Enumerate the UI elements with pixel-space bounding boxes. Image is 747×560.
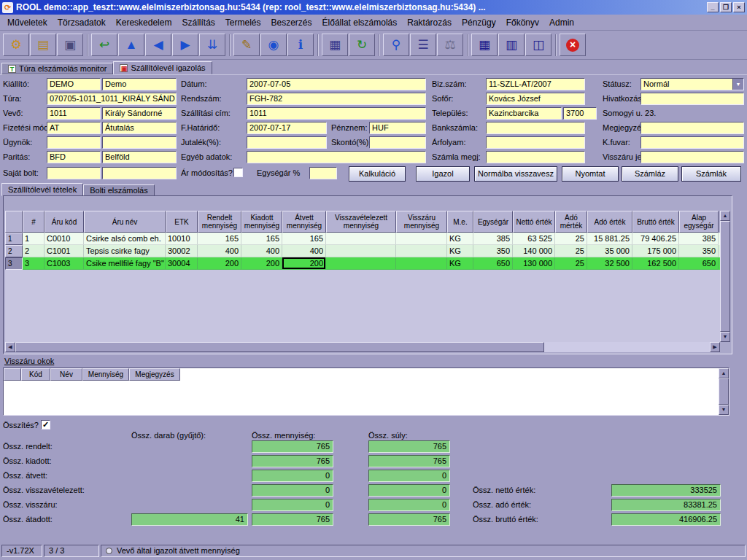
cell[interactable]: 650 (679, 257, 719, 270)
cell[interactable] (326, 245, 396, 257)
scroll-up-icon[interactable]: ▲ (719, 368, 729, 378)
table-row[interactable]: 33C1003Csike mellfilé fagy "B"3000420020… (5, 257, 720, 270)
cell[interactable]: Tepsis csirke fagy (84, 245, 166, 257)
kiallito-code-field[interactable]: DEMO (47, 78, 101, 90)
maximize-button[interactable]: ❐ (720, 2, 732, 12)
toolbar-info-button[interactable]: ℹ (287, 34, 314, 56)
bizszam-field[interactable]: 11-SZLL-AT/2007 (486, 78, 585, 90)
cell[interactable]: 350 (679, 245, 719, 257)
row-selector[interactable]: 2 (5, 245, 23, 257)
kfuvar-field[interactable] (640, 136, 744, 149)
cell[interactable]: 175 000 (632, 245, 679, 257)
toolbar-table-small-button[interactable]: ◫ (525, 34, 551, 56)
fizetesi-mod-name-field[interactable]: Átutalás (102, 122, 177, 134)
cell[interactable]: 30004 (166, 257, 198, 270)
cell[interactable]: 10010 (166, 233, 198, 245)
toolbar-prev-button[interactable]: ◀ (145, 34, 171, 56)
sofor-field[interactable]: Kovács József (486, 93, 585, 105)
grid-horizontal-scrollbar[interactable]: ◀ ▶ (5, 342, 720, 352)
menu-item-6[interactable]: Beszerzés (266, 15, 317, 30)
menu-item-5[interactable]: Termelés (220, 15, 266, 30)
cell[interactable]: 79 406.25 (632, 233, 679, 245)
toolbar-double-down-button[interactable]: ⇊ (199, 34, 225, 56)
cell[interactable]: 25 (555, 257, 587, 270)
cell[interactable]: 35 000 (587, 245, 632, 257)
cell[interactable]: 200 (241, 257, 282, 270)
cell[interactable]: 400 (241, 245, 282, 257)
minimize-button[interactable]: _ (707, 2, 719, 12)
normalba-visszavesz-button[interactable]: Normálba visszavesz (474, 166, 557, 182)
tab-tura-elszamolas-monitor[interactable]: T Túra elszámolás monitor (1, 63, 113, 74)
sajat-bolt-code-field[interactable] (47, 167, 101, 179)
scroll-left-icon[interactable]: ◀ (5, 342, 15, 352)
scrollbar-track[interactable] (544, 342, 710, 352)
menu-item-3[interactable]: Kereskedelem (111, 15, 177, 30)
cell[interactable]: Csike mellfilé fagy "B" (84, 257, 166, 270)
close-button[interactable]: × (733, 2, 745, 12)
cell[interactable]: 30002 (166, 245, 198, 257)
cell[interactable]: 2 (23, 245, 44, 257)
cell[interactable]: KG (447, 233, 473, 245)
table-row[interactable]: 11C0010Csirke alsó comb eh.1001016516516… (5, 233, 720, 245)
cell[interactable]: C1001 (44, 245, 84, 257)
cell[interactable]: 165 (241, 233, 282, 245)
menu-item-10[interactable]: Főkönyv (501, 15, 544, 30)
toolbar-exit-button[interactable]: × (560, 34, 586, 56)
scrollbar-thumb[interactable] (720, 221, 730, 332)
egysegar-pct-field[interactable] (309, 167, 337, 179)
scrollbar-thumb[interactable] (719, 378, 729, 405)
menu-item-7[interactable]: Élőállat elszámolás (317, 15, 403, 30)
cell[interactable]: 162 500 (632, 257, 679, 270)
cell[interactable]: 400 (198, 245, 241, 257)
cell[interactable]: 650 (473, 257, 513, 270)
toolbar-record-button[interactable]: ◉ (260, 34, 287, 56)
menu-item-9[interactable]: Pénzügy (457, 15, 501, 30)
cell[interactable]: 15 881.25 (587, 233, 632, 245)
datum-field[interactable]: 2007-07-05 (247, 78, 426, 90)
cell[interactable]: 165 (198, 233, 241, 245)
scroll-up-icon[interactable]: ▲ (720, 211, 730, 221)
toolbar-scales-button[interactable]: ⚖ (437, 34, 463, 56)
szamla-megj-field[interactable] (486, 151, 585, 163)
cell[interactable]: 3 (23, 257, 44, 270)
toolbar-table-add-button[interactable]: ▥ (498, 34, 525, 56)
row-selector[interactable]: 3 (5, 257, 23, 270)
paritas-name-field[interactable]: Belföld (102, 151, 177, 163)
nyomtat-button[interactable]: Nyomtat (562, 166, 619, 182)
scroll-right-icon[interactable]: ▶ (710, 342, 720, 352)
cell[interactable]: C0010 (44, 233, 84, 245)
grid-vertical-scrollbar[interactable]: ▲ ▼ (720, 211, 730, 342)
cell[interactable] (396, 245, 447, 257)
scroll-down-icon[interactable]: ▼ (720, 332, 730, 342)
toolbar-refresh-button[interactable]: ↻ (349, 34, 375, 56)
cell[interactable]: 25 (555, 233, 587, 245)
tab-bolti-elszamolas[interactable]: Bolti elszámolás (83, 184, 154, 196)
row-selector[interactable]: 1 (5, 233, 23, 245)
ugynok-name-field[interactable] (102, 136, 177, 149)
cell[interactable]: 385 (473, 233, 513, 245)
tab-szallitolevel-tetelek[interactable]: Szállítólevél tételek (1, 183, 83, 196)
ugynok-code-field[interactable] (47, 136, 101, 149)
cell[interactable]: 350 (473, 245, 513, 257)
ar-modositas-checkbox[interactable] (233, 168, 243, 177)
toolbar-save-button[interactable]: ▣ (57, 34, 83, 56)
visszaru-jegy-field[interactable] (640, 151, 744, 163)
telepules-field[interactable]: Kazincbarcika (486, 107, 562, 120)
cell[interactable]: 200 (198, 257, 241, 270)
toolbar-search-button[interactable]: ⚲ (383, 34, 409, 56)
vevo-code-field[interactable]: 1011 (47, 107, 101, 120)
cell[interactable]: 130 000 (513, 257, 555, 270)
cell[interactable]: 63 525 (513, 233, 555, 245)
statusz-select[interactable]: Normál ▼ (640, 78, 744, 90)
toolbar-window-button[interactable]: ▦ (322, 34, 348, 56)
cell[interactable] (326, 257, 396, 270)
igazol-button[interactable]: Igazol (416, 166, 470, 182)
cell[interactable] (326, 233, 396, 245)
menu-item-8[interactable]: Raktározás (402, 15, 457, 30)
cell[interactable] (396, 257, 447, 270)
toolbar-up-arrow-button[interactable]: ▲ (118, 34, 144, 56)
egyeb-adatok-field[interactable] (247, 151, 426, 163)
osszites-checkbox[interactable]: ✓ (41, 420, 50, 429)
arfolyam-field[interactable] (486, 136, 585, 149)
sajat-bolt-name-field[interactable] (102, 167, 177, 179)
